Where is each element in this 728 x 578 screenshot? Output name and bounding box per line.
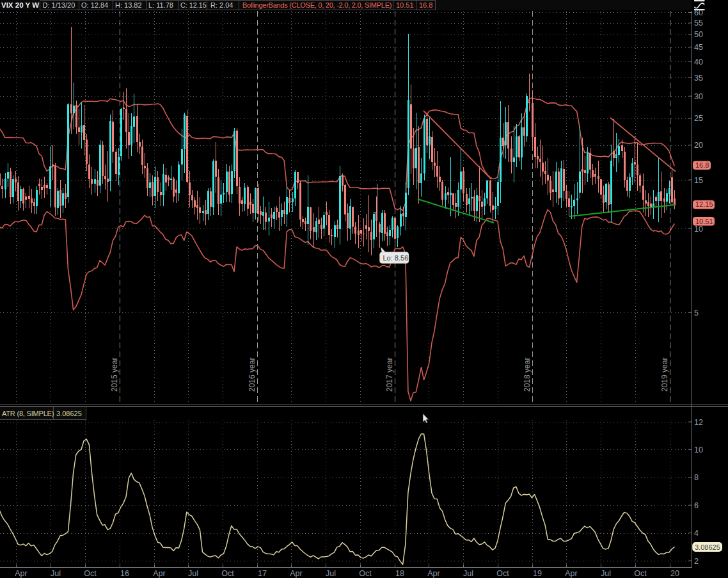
svg-text:6: 6 (694, 501, 699, 510)
svg-text:16.8: 16.8 (695, 161, 709, 169)
svg-text:O: 12.84: O: 12.84 (81, 1, 108, 9)
svg-text:55: 55 (694, 19, 703, 28)
svg-text:Apr: Apr (153, 569, 165, 578)
svg-text:R: 2.04: R: 2.04 (210, 1, 233, 9)
svg-text:10: 10 (694, 225, 703, 234)
svg-text:16: 16 (120, 569, 129, 578)
svg-text:12: 12 (694, 418, 703, 427)
svg-text:10: 10 (694, 446, 703, 454)
svg-text:40: 40 (694, 58, 703, 67)
svg-text:D: 1/13/20: D: 1/13/20 (43, 1, 75, 9)
svg-text:L: 11.78: L: 11.78 (148, 1, 173, 9)
svg-text:50: 50 (694, 30, 703, 39)
svg-text:C: 12.15: C: 12.15 (180, 1, 207, 9)
svg-text:15: 15 (694, 176, 703, 185)
svg-text:2015 year: 2015 year (110, 358, 119, 392)
svg-text:VIX 20 Y W: VIX 20 Y W (1, 1, 39, 9)
svg-text:19: 19 (533, 569, 542, 578)
svg-text:Jul: Jul (326, 569, 336, 578)
svg-text:10.51: 10.51 (695, 218, 713, 225)
svg-text:Oct: Oct (359, 569, 372, 578)
svg-text:20: 20 (694, 141, 703, 150)
svg-text:Jul: Jul (601, 569, 611, 578)
svg-text:18: 18 (395, 569, 404, 578)
svg-text:H: 13.82: H: 13.82 (115, 1, 142, 9)
svg-text:Apr: Apr (565, 569, 577, 578)
svg-text:Oct: Oct (634, 569, 647, 578)
svg-text:ATR (8, SIMPLE): ATR (8, SIMPLE) (2, 410, 54, 417)
svg-text:8: 8 (694, 473, 699, 482)
svg-text:Oct: Oct (84, 569, 97, 578)
svg-text:4: 4 (694, 529, 699, 538)
svg-text:25: 25 (694, 114, 703, 123)
svg-text:17: 17 (258, 569, 267, 578)
svg-text:2019 year: 2019 year (660, 358, 669, 392)
svg-text:2016 year: 2016 year (248, 358, 257, 392)
svg-text:20: 20 (670, 569, 679, 578)
svg-text:Apr: Apr (290, 569, 302, 578)
svg-text:Jul: Jul (463, 569, 473, 578)
svg-text:Jul: Jul (188, 569, 198, 578)
svg-text:Apr: Apr (15, 569, 27, 578)
svg-text:Oct: Oct (496, 569, 509, 578)
svg-text:35: 35 (694, 74, 703, 83)
svg-text:2: 2 (694, 557, 699, 566)
svg-text:3.08625: 3.08625 (56, 410, 82, 417)
svg-text:30: 30 (694, 92, 703, 101)
svg-text:Apr: Apr (427, 569, 439, 578)
svg-text:Jul: Jul (51, 569, 61, 578)
svg-text:12.15: 12.15 (695, 200, 713, 208)
svg-text:10.51: 10.51 (396, 1, 414, 9)
svg-text:2017 year: 2017 year (385, 358, 394, 392)
svg-text:2018 year: 2018 year (523, 358, 532, 392)
svg-text:Lo: 8.56: Lo: 8.56 (383, 254, 409, 262)
svg-text:3.08625: 3.08625 (695, 543, 720, 551)
svg-text:Oct: Oct (221, 569, 234, 578)
svg-text:45: 45 (694, 43, 703, 52)
svg-text:5: 5 (694, 309, 699, 317)
svg-text:BollingerBands (CLOSE, 0, 20,: BollingerBands (CLOSE, 0, 20, -2.0, 2.0,… (242, 1, 392, 9)
svg-text:16.8: 16.8 (419, 1, 432, 9)
